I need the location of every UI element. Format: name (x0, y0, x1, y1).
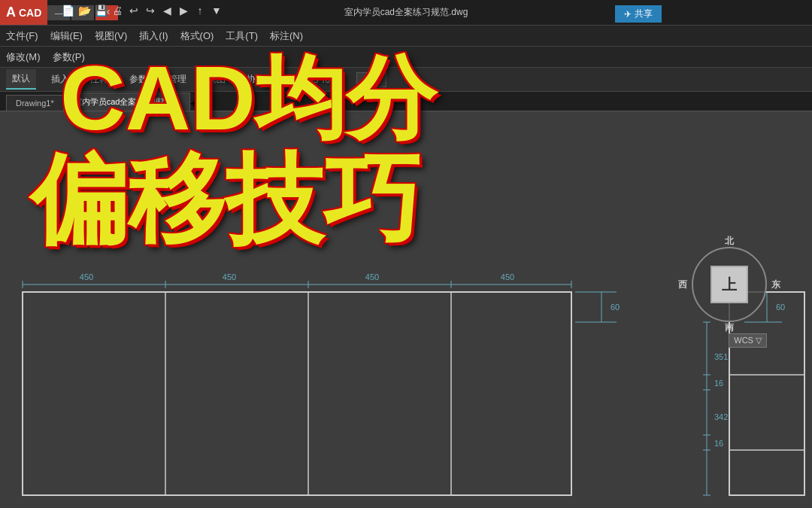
share-icon: ✈ (624, 9, 632, 20)
svg-text:60: 60 (611, 303, 620, 312)
svg-text:450: 450 (365, 272, 379, 281)
wcs-label[interactable]: WCS ▽ (729, 333, 767, 348)
undo-icon[interactable]: ↩ (126, 3, 141, 18)
compass-up-text: 上 (722, 275, 737, 295)
new-icon[interactable]: 📄 (60, 3, 75, 18)
menu-tools[interactable]: 工具(T) (226, 29, 258, 43)
menu-view[interactable]: 视图(V) (95, 29, 127, 43)
menu-annotate[interactable]: 标注(N) (270, 29, 303, 43)
drawing-area[interactable]: 450 450 450 450 60 60 351 16 342 16 (0, 111, 812, 508)
svg-text:16: 16 (714, 379, 723, 388)
logo-letter: A (6, 5, 16, 20)
window-title: 室内学员cad全案练习规范.dwg (344, 6, 468, 19)
compass-north: 北 (725, 235, 734, 248)
ribbon-toolbar: 默认 插入 注释 参数 管理 视图 协作 Express Tools ▼ (0, 68, 812, 92)
ribbon-tab-view[interactable]: 视图 (201, 70, 232, 89)
ribbon-tab-insert[interactable]: 插入 (45, 70, 75, 89)
ribbon-tab-express[interactable]: Express Tools (280, 71, 347, 88)
compass-circle: 北 南 东 西 上 (692, 247, 767, 322)
new-drawing-tab-button[interactable]: + (190, 97, 197, 111)
compass: 北 南 东 西 上 (688, 243, 771, 326)
menu-file[interactable]: 文件(F) (6, 29, 38, 43)
ribbon-tab-manage[interactable]: 管理 (162, 70, 192, 89)
compass-west: 西 (678, 278, 687, 291)
svg-text:342: 342 (714, 412, 728, 421)
menu-edit[interactable]: 编辑(E) (50, 29, 83, 43)
compass-east: 东 (771, 278, 780, 291)
svg-text:450: 450 (501, 272, 514, 281)
ribbon-tab-default[interactable]: 默认 (6, 69, 36, 90)
svg-text:60: 60 (776, 303, 785, 312)
print-icon[interactable]: 🖨 (110, 3, 125, 18)
drawing-tabs: Drawing1* 室内学员cad全案练习规范 ✕ + (0, 92, 812, 111)
share-button[interactable]: ✈ 共享 (615, 5, 662, 23)
compass-south: 南 (725, 321, 734, 334)
arrow-left-icon[interactable]: ◀ (159, 3, 174, 18)
menu-params[interactable]: 参数(P) (53, 50, 85, 64)
redo-icon[interactable]: ↪ (143, 3, 158, 18)
app-logo: A CAD (0, 0, 47, 25)
open-icon[interactable]: 📂 (77, 3, 92, 18)
compass-center: 上 (710, 266, 748, 303)
tab-close-icon[interactable]: ✕ (174, 98, 180, 106)
drawing-tab-1[interactable]: Drawing1* (6, 95, 64, 111)
quick-access-toolbar: 📄 📂 💾 🖨 ↩ ↪ ◀ ▶ ↑ ▼ (60, 3, 224, 18)
ribbon-dropdown[interactable]: ▼ (356, 72, 386, 87)
ribbon-tab-collab[interactable]: 协作 (241, 70, 271, 89)
svg-text:450: 450 (223, 272, 236, 281)
svg-text:351: 351 (714, 352, 728, 361)
arrow-right-icon[interactable]: ▶ (176, 3, 191, 18)
save-icon[interactable]: 💾 (93, 3, 108, 18)
menu-modify[interactable]: 修改(M) (6, 50, 41, 64)
arrow-up-icon[interactable]: ↑ (192, 3, 208, 18)
dropdown-icon[interactable]: ▼ (209, 3, 224, 18)
ribbon-tab-annotate[interactable]: 注释 (84, 70, 114, 89)
menu-bar-secondary: 修改(M) 参数(P) (0, 47, 812, 68)
title-bar: A CAD 📄 📂 💾 🖨 ↩ ↪ ◀ ▶ ↑ ▼ ✈ 共享 室内学员cad全案… (0, 0, 812, 26)
menu-bar-primary: 文件(F) 编辑(E) 视图(V) 插入(I) 格式(O) 工具(T) 标注(N… (0, 26, 812, 47)
menu-format[interactable]: 格式(O) (180, 29, 214, 43)
drawing-tab-2[interactable]: 室内学员cad全案练习规范 ✕ (64, 93, 190, 111)
svg-text:450: 450 (80, 272, 93, 281)
ribbon-tab-params[interactable]: 参数 (123, 70, 153, 89)
menu-insert[interactable]: 插入(I) (139, 29, 168, 43)
app-name: CAD (19, 7, 41, 19)
svg-text:16: 16 (714, 439, 723, 448)
